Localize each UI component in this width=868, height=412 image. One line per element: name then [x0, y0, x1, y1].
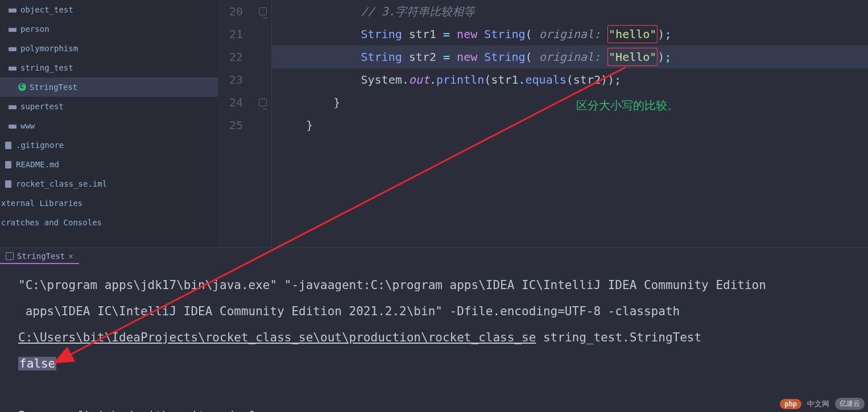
- gutter: 20 21 22 23 24 25: [218, 0, 272, 248]
- class-icon: [18, 83, 26, 91]
- code-line[interactable]: }: [272, 114, 868, 137]
- console-line: string_test.StringTest: [536, 331, 701, 344]
- tree-label: supertest: [20, 102, 64, 111]
- console-output[interactable]: "C:\program apps\jdk17\bin\java.exe" "-j…: [0, 265, 868, 412]
- line-number: 20: [229, 5, 243, 18]
- folder-icon: [8, 44, 17, 52]
- console-path[interactable]: C:\Users\bit\IdeaProjects\rocket_class_s…: [18, 331, 536, 344]
- line-number: 21: [229, 27, 243, 41]
- folder-polymorphism[interactable]: polymorphism: [0, 39, 218, 58]
- code-line-current[interactable]: String str2 = new String( original: "Hel…: [272, 46, 868, 68]
- folder-string-test[interactable]: string_test: [0, 58, 218, 77]
- file-iml[interactable]: rocket_class_se.iml: [0, 174, 218, 193]
- folder-icon: [8, 122, 17, 130]
- watermark-php: php: [780, 399, 801, 409]
- tree-label: rocket_class_se.iml: [16, 179, 107, 188]
- tree-label: xternal Libraries: [1, 199, 82, 208]
- fold-icon[interactable]: [259, 98, 267, 106]
- line-number: 22: [229, 50, 243, 64]
- tree-label: .gitignore: [16, 141, 64, 150]
- watermark-yisu: 亿速云: [835, 398, 865, 410]
- console-output-value: false: [18, 357, 56, 370]
- run-tool-window: StringTest × "C:\program apps\jdk17\bin\…: [0, 248, 868, 412]
- line-number: 25: [229, 118, 243, 132]
- file-gitignore[interactable]: .gitignore: [0, 135, 218, 155]
- file-icon: [3, 141, 13, 149]
- folder-www[interactable]: www: [0, 116, 218, 135]
- tree-label: object_test: [20, 5, 73, 14]
- line-number: 23: [229, 73, 243, 86]
- close-icon[interactable]: ×: [68, 252, 73, 261]
- annotation-text: 区分大小写的比较。: [576, 98, 679, 113]
- folder-icon: [8, 64, 17, 72]
- folder-person[interactable]: person: [0, 19, 218, 39]
- tree-label: StringTest: [30, 83, 77, 92]
- folder-icon: [8, 102, 17, 110]
- external-libraries[interactable]: xternal Libraries: [0, 193, 218, 213]
- console-line: "C:\program apps\jdk17\bin\java.exe" "-j…: [18, 278, 766, 292]
- run-tab-icon: [6, 252, 14, 260]
- tree-label: README.md: [16, 160, 59, 169]
- line-number: 24: [229, 96, 243, 109]
- file-icon: [3, 180, 13, 188]
- run-tabbar[interactable]: StringTest ×: [0, 248, 868, 265]
- code-line[interactable]: String str1 = new String( original: "hel…: [272, 23, 868, 46]
- file-readme[interactable]: README.md: [0, 155, 218, 174]
- console-line: apps\IDEA IC\IntelliJ IDEA Community Edi…: [18, 304, 680, 318]
- code-line[interactable]: // 3.字符串比较相等: [272, 0, 868, 23]
- file-icon: [3, 160, 13, 168]
- comment: // 3.字符串比较相等: [361, 5, 475, 18]
- code-line[interactable]: System.out.println(str1.equals(str2));: [272, 68, 868, 91]
- scratches-and-consoles[interactable]: cratches and Consoles: [0, 213, 218, 232]
- folder-object-test[interactable]: object_test: [0, 0, 218, 19]
- folder-icon: [8, 25, 17, 33]
- watermark: php 中文网 亿速云: [780, 398, 865, 410]
- tree-label: string_test: [20, 63, 73, 72]
- console-exit: Process finished with exit code 0: [18, 409, 255, 412]
- folder-icon: [8, 6, 17, 14]
- tree-label: polymorphism: [20, 44, 78, 53]
- highlight-box: "hello": [607, 25, 658, 43]
- tree-label: www: [20, 121, 35, 130]
- fold-icon[interactable]: [259, 7, 267, 15]
- code-editor[interactable]: 20 21 22 23 24 25 // 3.字符串比较相等 String st…: [218, 0, 868, 248]
- code-area[interactable]: // 3.字符串比较相等 String str1 = new String( o…: [272, 0, 868, 137]
- run-tab-stringtest[interactable]: StringTest ×: [0, 249, 79, 264]
- code-line[interactable]: }: [272, 91, 868, 114]
- run-tab-label: StringTest: [17, 252, 65, 261]
- tree-label: cratches and Consoles: [1, 218, 102, 227]
- tree-label: person: [20, 24, 49, 34]
- watermark-cn: 中文网: [807, 399, 829, 409]
- class-stringtest[interactable]: StringTest: [0, 77, 218, 97]
- project-tree[interactable]: object_test person polymorphism string_t…: [0, 0, 218, 248]
- highlight-box: "Hello": [607, 48, 658, 66]
- folder-supertest[interactable]: supertest: [0, 97, 218, 116]
